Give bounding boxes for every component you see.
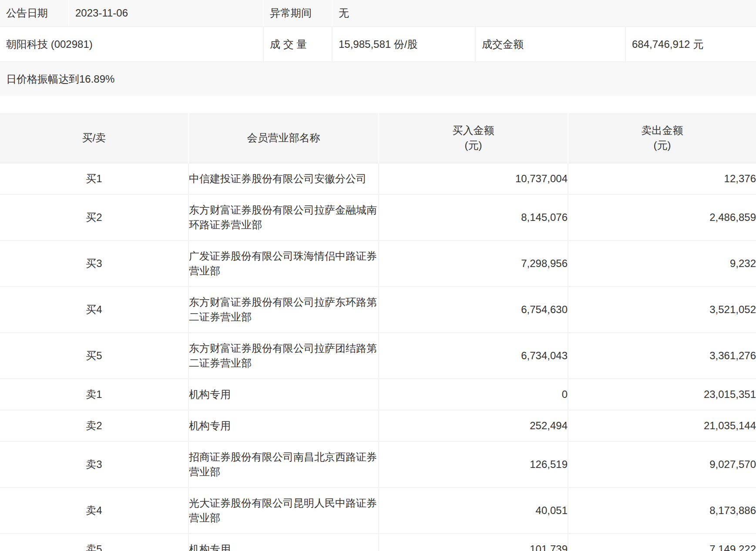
section-spacer <box>0 96 756 113</box>
summary-section: 公告日期 2023-11-06 异常期间 无 朝阳科技 (002981) 成 交… <box>0 0 756 96</box>
table-row: 买1 中信建投证券股份有限公司安徽分公司 10,737,004 12,376 <box>0 163 756 194</box>
side-cell: 买5 <box>0 333 188 379</box>
buy-amount-cell: 8,145,076 <box>379 194 568 240</box>
header-sell-amount-label: 卖出金额 <box>642 124 683 136</box>
announce-date-value: 2023-11-06 <box>68 0 263 26</box>
broker-name-cell: 机构专用 <box>188 534 379 551</box>
stock-name: 朝阳科技 (002981) <box>0 27 263 61</box>
side-cell: 买3 <box>0 240 188 287</box>
broker-name-cell: 东方财富证券股份有限公司拉萨金融城南环路证券营业部 <box>188 194 379 240</box>
table-header-row: 买/卖 会员营业部名称 买入金额 (元) 卖出金额 (元) <box>0 113 756 163</box>
summary-row-stock: 朝阳科技 (002981) 成 交 量 15,985,581 份/股 成交金额 … <box>0 27 756 62</box>
broker-name-cell: 机构专用 <box>188 379 379 410</box>
table-row: 卖3 招商证券股份有限公司南昌北京西路证券营业部 126,519 9,027,5… <box>0 441 756 488</box>
buy-amount-cell: 101,739 <box>379 534 568 551</box>
side-cell: 卖1 <box>0 379 188 410</box>
sell-amount-cell: 7,149,222 <box>568 534 756 551</box>
table-row: 卖5 机构专用 101,739 7,149,222 <box>0 534 756 551</box>
buy-amount-cell: 40,051 <box>379 488 568 534</box>
sell-amount-cell: 23,015,351 <box>568 379 756 410</box>
sell-amount-cell: 9,027,570 <box>568 441 756 488</box>
broker-name-cell: 中信建投证券股份有限公司安徽分公司 <box>188 163 379 194</box>
table-body: 买1 中信建投证券股份有限公司安徽分公司 10,737,004 12,376 买… <box>0 163 756 551</box>
header-broker-name: 会员营业部名称 <box>188 113 379 163</box>
broker-name-cell: 东方财富证券股份有限公司拉萨团结路第二证券营业部 <box>188 333 379 379</box>
sell-amount-cell: 12,376 <box>568 163 756 194</box>
side-cell: 卖2 <box>0 410 188 441</box>
broker-seats-table: 买/卖 会员营业部名称 买入金额 (元) 卖出金额 (元) 买1 中信建投 <box>0 113 756 551</box>
buy-amount-cell: 6,754,630 <box>379 287 568 333</box>
side-cell: 卖3 <box>0 441 188 488</box>
buy-amount-cell: 126,519 <box>379 441 568 488</box>
turnover-value: 684,746,912 元 <box>625 27 756 61</box>
buy-amount-cell: 6,734,043 <box>379 333 568 379</box>
turnover-label: 成交金额 <box>475 27 625 61</box>
sell-amount-cell: 9,232 <box>568 240 756 287</box>
broker-name-cell: 广发证券股份有限公司珠海情侣中路证券营业部 <box>188 240 379 287</box>
header-side-label: 买/卖 <box>82 132 106 144</box>
table-row: 买2 东方财富证券股份有限公司拉萨金融城南环路证券营业部 8,145,076 2… <box>0 194 756 240</box>
table-row: 买5 东方财富证券股份有限公司拉萨团结路第二证券营业部 6,734,043 3,… <box>0 333 756 379</box>
broker-name-cell: 东方财富证券股份有限公司拉萨东环路第二证券营业部 <box>188 287 379 333</box>
trade-disclosure-page: 公告日期 2023-11-06 异常期间 无 朝阳科技 (002981) 成 交… <box>0 0 756 551</box>
table-row: 买3 广发证券股份有限公司珠海情侣中路证券营业部 7,298,956 9,232 <box>0 240 756 287</box>
side-cell: 卖5 <box>0 534 188 551</box>
announce-date-label: 公告日期 <box>0 0 68 26</box>
side-cell: 买4 <box>0 287 188 333</box>
sell-amount-cell: 3,521,052 <box>568 287 756 333</box>
sell-amount-cell: 21,035,144 <box>568 410 756 441</box>
buy-amount-cell: 7,298,956 <box>379 240 568 287</box>
table-header: 买/卖 会员营业部名称 买入金额 (元) 卖出金额 (元) <box>0 113 756 163</box>
volume-label: 成 交 量 <box>263 27 332 61</box>
header-sell-amount: 卖出金额 (元) <box>568 113 756 163</box>
abnormal-period-label: 异常期间 <box>263 0 332 26</box>
sell-amount-cell: 3,361,276 <box>568 333 756 379</box>
table-row: 卖1 机构专用 0 23,015,351 <box>0 379 756 410</box>
broker-name-cell: 光大证券股份有限公司昆明人民中路证券营业部 <box>188 488 379 534</box>
broker-name-cell: 招商证券股份有限公司南昌北京西路证券营业部 <box>188 441 379 488</box>
header-buy-amount-label: 买入金额 <box>453 124 494 136</box>
side-cell: 买2 <box>0 194 188 240</box>
table-row: 卖4 光大证券股份有限公司昆明人民中路证券营业部 40,051 8,173,88… <box>0 488 756 534</box>
table-row: 卖2 机构专用 252,494 21,035,144 <box>0 410 756 441</box>
buy-amount-cell: 252,494 <box>379 410 568 441</box>
header-buy-amount: 买入金额 (元) <box>379 113 568 163</box>
broker-name-cell: 机构专用 <box>188 410 379 441</box>
volume-value: 15,985,581 份/股 <box>332 27 475 61</box>
summary-row-reason: 日价格振幅达到16.89% <box>0 62 756 96</box>
header-broker-name-label: 会员营业部名称 <box>247 132 320 144</box>
header-buy-amount-unit: (元) <box>379 138 568 153</box>
table-row: 买4 东方财富证券股份有限公司拉萨东环路第二证券营业部 6,754,630 3,… <box>0 287 756 333</box>
side-cell: 卖4 <box>0 488 188 534</box>
summary-row-announce: 公告日期 2023-11-06 异常期间 无 <box>0 0 756 27</box>
side-cell: 买1 <box>0 163 188 194</box>
buy-amount-cell: 0 <box>379 379 568 410</box>
sell-amount-cell: 8,173,886 <box>568 488 756 534</box>
abnormal-period-value: 无 <box>332 0 756 26</box>
buy-amount-cell: 10,737,004 <box>379 163 568 194</box>
header-sell-amount-unit: (元) <box>568 138 756 153</box>
header-side: 买/卖 <box>0 113 188 163</box>
price-amplitude-note: 日价格振幅达到16.89% <box>0 62 114 96</box>
sell-amount-cell: 2,486,859 <box>568 194 756 240</box>
